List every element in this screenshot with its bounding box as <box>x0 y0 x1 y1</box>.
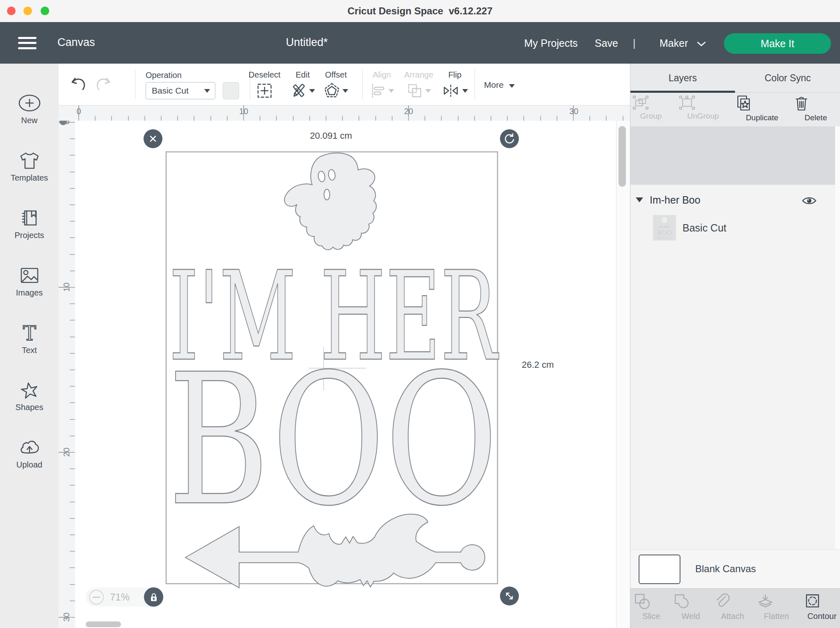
resize-selection-handle[interactable] <box>500 587 519 605</box>
ruler-number: 20 <box>399 107 418 116</box>
zoom-control: 71% <box>86 587 164 607</box>
sidebar-item-templates[interactable]: Templates <box>0 133 59 183</box>
images-icon <box>18 265 41 286</box>
ungroup-button: UnGroup <box>679 95 727 121</box>
operation-value: Basic Cut <box>152 86 189 96</box>
design-text-line2[interactable]: BOO <box>168 335 498 545</box>
my-projects-link[interactable]: My Projects <box>524 37 578 49</box>
design-canvas[interactable]: I'M HER BOO <box>75 121 616 628</box>
zoom-out-button[interactable] <box>89 589 104 605</box>
offset-button[interactable]: Offset <box>317 70 354 99</box>
window-title: Cricut Design Space v6.12.227 <box>0 5 840 17</box>
vertical-scrollbar[interactable] <box>619 126 626 187</box>
machine-label: Maker <box>660 37 688 49</box>
sidebar-item-label: New <box>21 116 37 125</box>
nav-divider: | <box>633 37 636 49</box>
layer-item-basic-cut[interactable]: Basic Cut <box>682 222 726 234</box>
deselect-button[interactable]: Deselect <box>243 70 286 99</box>
shapes-icon <box>18 380 41 400</box>
layer-thumbnail[interactable]: I'M HER BOO <box>653 215 676 241</box>
align-button: Align <box>363 70 400 99</box>
chevron-down-icon <box>342 89 348 93</box>
ruler-number: 20 <box>62 445 71 459</box>
zoom-level: 71% <box>110 591 130 603</box>
arrange-button: Arrange <box>400 70 437 99</box>
edit-toolbar: Operation Basic Cut Deselect Edit <box>59 64 630 105</box>
thumb-text-line2: BOO <box>657 229 672 236</box>
horizontal-ruler: 0 10 20 30 <box>59 105 630 121</box>
delete-button[interactable]: Delete <box>794 95 838 122</box>
selection-height-label: 26.2 cm <box>522 360 554 370</box>
text-icon: T <box>18 323 41 343</box>
ungroup-icon <box>679 95 695 110</box>
menu-icon[interactable] <box>18 37 37 49</box>
operation-dropdown[interactable]: Basic Cut <box>146 82 215 99</box>
lock-icon <box>148 591 160 603</box>
ruler-number: 30 <box>565 107 583 116</box>
vertical-ruler: 0 10 20 30 <box>59 121 75 628</box>
more-button[interactable]: More <box>484 80 515 90</box>
document-title[interactable]: Untitled* <box>262 36 351 49</box>
trash-icon <box>794 95 809 112</box>
sidebar-item-upload[interactable]: Upload <box>0 419 59 470</box>
flatten-button: Flatten <box>757 593 796 621</box>
canvas-nav-label[interactable]: Canvas <box>57 36 95 49</box>
slice-button: Slice <box>634 593 669 621</box>
layer-group-name: Im-her Boo <box>650 194 701 206</box>
make-it-button[interactable]: Make It <box>724 33 831 54</box>
layers-panel: Layers Color Sync Group Un <box>630 64 840 628</box>
canvas-design[interactable]: I'M HER BOO <box>75 121 616 628</box>
duplicate-button[interactable]: Duplicate <box>735 95 789 122</box>
offset-icon <box>324 83 340 99</box>
new-icon <box>18 94 41 113</box>
visibility-eye-icon[interactable] <box>801 195 817 206</box>
chevron-down-icon <box>462 89 468 93</box>
horizontal-scrollbar[interactable] <box>86 621 121 627</box>
undo-icon[interactable] <box>70 76 87 92</box>
blank-canvas-swatch[interactable] <box>639 555 680 584</box>
blank-canvas-row[interactable]: Blank Canvas <box>630 549 840 589</box>
slice-icon <box>634 593 651 610</box>
sidebar-item-label: Templates <box>11 173 48 183</box>
upload-icon <box>18 437 41 458</box>
delete-selection-handle[interactable] <box>144 129 162 148</box>
attach-icon <box>714 593 731 610</box>
machine-selector[interactable]: Maker <box>660 37 706 49</box>
sidebar-item-label: Images <box>16 288 43 298</box>
contour-button[interactable]: Contour <box>804 593 840 621</box>
blank-canvas-label: Blank Canvas <box>695 563 756 575</box>
sidebar-item-text[interactable]: T Text <box>0 305 59 355</box>
layer-group[interactable]: Im-her Boo I'M HER BOO Basic Cut <box>630 126 840 185</box>
sidebar-item-new[interactable]: New <box>0 75 59 125</box>
collapse-triangle-icon[interactable] <box>636 197 643 202</box>
operation-label: Operation <box>146 71 182 80</box>
sidebar-item-label: Upload <box>16 460 42 470</box>
rotate-icon <box>504 133 515 144</box>
chevron-down-icon <box>509 84 515 88</box>
edit-button[interactable]: Edit <box>284 70 321 99</box>
chevron-down-icon <box>388 89 394 93</box>
chevron-down-icon <box>696 41 706 47</box>
top-navbar: Canvas Untitled* My Projects Save | Make… <box>0 22 840 64</box>
sidebar-item-images[interactable]: Images <box>0 248 59 298</box>
tab-layers[interactable]: Layers <box>630 64 735 92</box>
svg-text:T: T <box>23 323 36 343</box>
flip-button[interactable]: Flip <box>436 70 473 99</box>
redo-icon[interactable] <box>95 76 112 92</box>
chevron-down-icon <box>425 89 431 93</box>
ruler-number: 30 <box>62 610 71 624</box>
save-link[interactable]: Save <box>595 37 618 49</box>
flatten-icon <box>757 593 774 610</box>
vertical-scrollbar-track <box>616 121 630 628</box>
ghost-shape[interactable] <box>284 153 376 250</box>
sidebar-item-projects[interactable]: Projects <box>0 190 59 240</box>
cricut-design-space-window: Cricut Design Space v6.12.227 Canvas Unt… <box>0 0 840 628</box>
rotate-selection-handle[interactable] <box>500 129 519 148</box>
weld-button: Weld <box>673 593 708 621</box>
operation-color-swatch[interactable] <box>223 82 239 99</box>
zoom-lock-button[interactable] <box>144 587 163 607</box>
tab-color-sync[interactable]: Color Sync <box>735 64 840 92</box>
close-icon <box>148 134 158 143</box>
sidebar-item-shapes[interactable]: Shapes <box>0 362 59 412</box>
attach-button: Attach <box>714 593 751 621</box>
